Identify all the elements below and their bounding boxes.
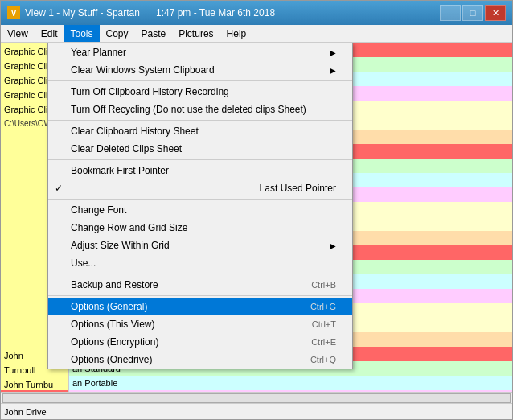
separator xyxy=(48,120,352,121)
menu-options-this-view[interactable]: Options (This View) Ctrl+T xyxy=(48,315,352,333)
submenu-arrow-icon: ▶ xyxy=(330,241,336,250)
window-title: View 1 - My Stuff - Spartan 1:47 pm - Tu… xyxy=(25,7,440,19)
menu-clear-history-sheet[interactable]: Clear Clipboard History Sheet xyxy=(48,122,352,140)
menu-options-general[interactable]: Options (General) Ctrl+G xyxy=(48,298,352,315)
menu-tools[interactable]: Tools xyxy=(64,25,99,42)
menu-change-row-grid[interactable]: Change Row and Grid Size xyxy=(48,219,352,237)
list-item[interactable]: an Portable xyxy=(69,376,512,390)
menu-pictures[interactable]: Pictures xyxy=(172,25,220,42)
status-text: John Drive xyxy=(4,407,47,417)
menu-change-font[interactable]: Change Font xyxy=(48,201,352,219)
close-button[interactable]: ✕ xyxy=(485,5,506,21)
menu-bookmark-first[interactable]: Bookmark First Pointer xyxy=(48,162,352,179)
shortcut-label: Ctrl+E xyxy=(311,337,336,347)
separator xyxy=(48,159,352,160)
menu-options-onedrive[interactable]: Options (Onedrive) Ctrl+Q xyxy=(48,351,352,369)
separator xyxy=(48,295,352,296)
bottom-bar: John Drive xyxy=(1,403,512,419)
title-controls: — □ ✕ xyxy=(440,5,506,21)
menu-options-encryption[interactable]: Options (Encryption) Ctrl+E xyxy=(48,333,352,351)
list-item[interactable]: M8 Software(UK) xyxy=(1,390,68,392)
separator xyxy=(48,199,352,200)
menu-last-used-pointer[interactable]: ✓ Last Used Pointer xyxy=(48,179,352,197)
menu-bar: View Edit Tools Copy Paste Pictures Help xyxy=(1,25,512,43)
title-bar: V View 1 - My Stuff - Spartan 1:47 pm - … xyxy=(1,1,512,25)
maximize-button[interactable]: □ xyxy=(462,5,483,21)
menu-view[interactable]: View xyxy=(1,25,35,42)
menu-turn-off-recording[interactable]: Turn Off Clipboard History Recording xyxy=(48,83,352,101)
menu-backup-restore[interactable]: Backup and Restore Ctrl+B xyxy=(48,276,352,294)
menu-adjust-size[interactable]: Adjust Size Within Grid ▶ xyxy=(48,237,352,254)
submenu-arrow-icon: ▶ xyxy=(330,48,336,57)
separator xyxy=(48,274,352,274)
menu-clear-deleted[interactable]: Clear Deleted Clips Sheet xyxy=(48,140,352,158)
horizontal-scrollbar-area xyxy=(1,392,512,403)
menu-copy[interactable]: Copy xyxy=(100,25,135,42)
menu-turn-off-recycling[interactable]: Turn Off Recycling (Do not use the delet… xyxy=(48,101,352,118)
shortcut-label: Ctrl+Q xyxy=(310,355,336,364)
tools-dropdown-menu: Year Planner ▶ Clear Windows System Clip… xyxy=(47,43,353,369)
menu-year-planner[interactable]: Year Planner ▶ xyxy=(48,43,352,61)
checkmark-icon: ✓ xyxy=(55,183,68,194)
shortcut-label: Ctrl+T xyxy=(312,319,336,329)
shortcut-label: Ctrl+B xyxy=(311,280,336,290)
submenu-arrow-icon: ▶ xyxy=(330,66,336,75)
menu-edit[interactable]: Edit xyxy=(35,25,64,42)
separator xyxy=(48,80,352,81)
menu-paste[interactable]: Paste xyxy=(135,25,173,42)
minimize-button[interactable]: — xyxy=(440,5,461,21)
horizontal-scrollbar[interactable] xyxy=(2,393,511,403)
list-item[interactable]: an U3 xyxy=(69,390,512,392)
list-item[interactable]: John Turnbu xyxy=(1,376,68,390)
menu-use[interactable]: Use... xyxy=(48,254,352,272)
content-area: Graphic Clip Graphic Clip Graphic Clip G… xyxy=(1,43,512,392)
menu-help[interactable]: Help xyxy=(220,25,253,42)
shortcut-label: Ctrl+G xyxy=(310,302,336,311)
app-icon: V xyxy=(7,6,20,19)
menu-clear-clipboard[interactable]: Clear Windows System Clipboard ▶ xyxy=(48,61,352,79)
